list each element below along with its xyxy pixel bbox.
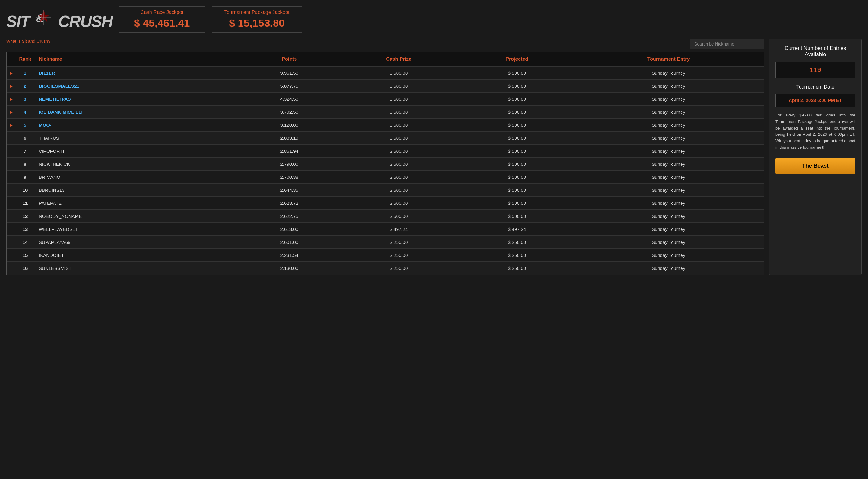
tournament-date-box: April 2, 2023 6:00 PM ET <box>775 94 855 107</box>
cash-cell: $ 250.00 <box>337 236 460 249</box>
what-is-link[interactable]: What is Sit and Crush? <box>6 39 51 44</box>
logo-icon: & <box>34 8 53 27</box>
points-cell: 2,601.00 <box>242 236 337 249</box>
beast-button[interactable]: The Beast <box>775 158 855 174</box>
entries-label: Current Number of Entries Available <box>775 45 855 58</box>
tournament-cell: Sunday Tourney <box>574 119 764 132</box>
table-header: Rank Nickname Points Cash Prize Projecte… <box>6 52 764 67</box>
rank-cell: 9 <box>16 171 34 184</box>
tournament-cell: Sunday Tourney <box>574 171 764 184</box>
logo-text: SIT & CRUSH <box>6 8 113 31</box>
table-row: ▶3NEMETILTPAS4,324.50$ 500.00$ 500.00Sun… <box>6 93 764 106</box>
col-arrow <box>6 52 16 67</box>
logo: SIT & CRUSH <box>6 8 113 31</box>
tournament-cell: Sunday Tourney <box>574 145 764 158</box>
rank-cell: 11 <box>16 197 34 210</box>
rank-cell: 8 <box>16 158 34 171</box>
table-row: ▶5MOO-3,120.00$ 500.00$ 500.00Sunday Tou… <box>6 119 764 132</box>
nickname-cell: THAIRUS <box>34 132 242 145</box>
tournament-cell: Sunday Tourney <box>574 132 764 145</box>
arrow-cell <box>6 236 16 249</box>
rank-cell: 3 <box>16 93 34 106</box>
nickname-cell: NICKTHEKICK <box>34 158 242 171</box>
rank-cell: 13 <box>16 223 34 236</box>
table-row: 16SUNLESSMIST2,130.00$ 250.00$ 250.00Sun… <box>6 262 764 275</box>
arrow-cell <box>6 132 16 145</box>
rank-cell: 16 <box>16 262 34 275</box>
tournament-cell: Sunday Tourney <box>574 210 764 223</box>
nickname-cell: BBRUINS13 <box>34 184 242 197</box>
table-row: 13WELLPLAYEDSLT2,613.00$ 497.24$ 497.24S… <box>6 223 764 236</box>
projected-cell: $ 500.00 <box>461 184 574 197</box>
arrow-cell <box>6 262 16 275</box>
arrow-cell <box>6 184 16 197</box>
search-input[interactable] <box>689 39 764 49</box>
points-cell: 3,792.50 <box>242 106 337 119</box>
rank-cell: 10 <box>16 184 34 197</box>
projected-cell: $ 500.00 <box>461 106 574 119</box>
points-cell: 2,623.72 <box>242 197 337 210</box>
tournament-cell: Sunday Tourney <box>574 158 764 171</box>
cash-cell: $ 500.00 <box>337 80 460 93</box>
points-cell: 9,961.50 <box>242 67 337 80</box>
points-cell: 2,883.19 <box>242 132 337 145</box>
cash-cell: $ 250.00 <box>337 249 460 262</box>
entries-box: 119 <box>775 62 855 78</box>
projected-cell: $ 500.00 <box>461 119 574 132</box>
tournament-cell: Sunday Tourney <box>574 67 764 80</box>
cash-cell: $ 500.00 <box>337 93 460 106</box>
tournament-date-label: Tournament Date <box>775 84 855 90</box>
points-cell: 4,324.50 <box>242 93 337 106</box>
cash-cell: $ 500.00 <box>337 145 460 158</box>
tournament-cell: Sunday Tourney <box>574 93 764 106</box>
rank-cell: 6 <box>16 132 34 145</box>
table-row: 9BRIMANO2,700.38$ 500.00$ 500.00Sunday T… <box>6 171 764 184</box>
cash-race-label: Cash Race Jackpot <box>131 9 193 15</box>
arrow-cell <box>6 158 16 171</box>
table-row: 7VIROFORTI2,861.94$ 500.00$ 500.00Sunday… <box>6 145 764 158</box>
col-nickname: Nickname <box>34 52 242 67</box>
col-cash-prize: Cash Prize <box>337 52 460 67</box>
table-row: 11PATEPATE2,623.72$ 500.00$ 500.00Sunday… <box>6 197 764 210</box>
projected-cell: $ 500.00 <box>461 210 574 223</box>
table-row: 10BBRUINS132,644.35$ 500.00$ 500.00Sunda… <box>6 184 764 197</box>
arrow-cell: ▶ <box>6 67 16 80</box>
tournament-package-label: Tournament Package Jackpot <box>224 9 290 15</box>
arrow-cell: ▶ <box>6 80 16 93</box>
nickname-cell: SUNLESSMIST <box>34 262 242 275</box>
projected-cell: $ 500.00 <box>461 158 574 171</box>
projected-cell: $ 500.00 <box>461 67 574 80</box>
nickname-cell: NEMETILTPAS <box>34 93 242 106</box>
projected-cell: $ 500.00 <box>461 80 574 93</box>
projected-cell: $ 500.00 <box>461 171 574 184</box>
nickname-cell: BIGGIESMALLS21 <box>34 80 242 93</box>
nickname-cell: WELLPLAYEDSLT <box>34 223 242 236</box>
leaderboard-table: Rank Nickname Points Cash Prize Projecte… <box>6 52 764 274</box>
cash-cell: $ 500.00 <box>337 158 460 171</box>
arrow-cell <box>6 145 16 158</box>
rank-cell: 5 <box>16 119 34 132</box>
table-row: ▶4ICE BANK MICE ELF3,792.50$ 500.00$ 500… <box>6 106 764 119</box>
points-cell: 2,613.00 <box>242 223 337 236</box>
nickname-cell: SUPAPLAYA69 <box>34 236 242 249</box>
cash-cell: $ 500.00 <box>337 67 460 80</box>
table-row: ▶2BIGGIESMALLS215,877.75$ 500.00$ 500.00… <box>6 80 764 93</box>
tournament-date: April 2, 2023 6:00 PM ET <box>789 98 842 103</box>
left-panel: What is Sit and Crush? Rank Nickname Poi… <box>6 39 764 275</box>
points-cell: 5,877.75 <box>242 80 337 93</box>
tournament-cell: Sunday Tourney <box>574 223 764 236</box>
arrow-cell: ▶ <box>6 106 16 119</box>
right-panel: Current Number of Entries Available 119 … <box>769 39 862 275</box>
arrow-cell: ▶ <box>6 119 16 132</box>
tournament-package-jackpot-box: Tournament Package Jackpot $ 15,153.80 <box>212 6 302 33</box>
nickname-cell: PATEPATE <box>34 197 242 210</box>
table-header-row: What is Sit and Crush? <box>6 39 764 49</box>
nickname-cell: VIROFORTI <box>34 145 242 158</box>
table-row: 8NICKTHEKICK2,790.00$ 500.00$ 500.00Sund… <box>6 158 764 171</box>
tournament-cell: Sunday Tourney <box>574 262 764 275</box>
nickname-cell: IKANDOIET <box>34 249 242 262</box>
cash-cell: $ 497.24 <box>337 223 460 236</box>
points-cell: 2,231.54 <box>242 249 337 262</box>
description-text: For every $95.00 that goes into the Tour… <box>775 112 855 151</box>
cash-cell: $ 500.00 <box>337 210 460 223</box>
